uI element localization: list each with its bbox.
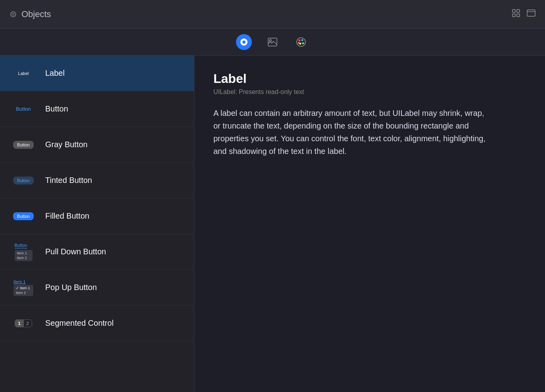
segmented-icon: 1 2 [15, 319, 32, 327]
sidebar: Label Label Button Button Button Gray Bu… [0, 56, 194, 392]
pulldown-icon: Button Item 1 Item 2 [15, 243, 33, 261]
tinted-button-item-text: Tinted Button [45, 176, 92, 185]
titlebar-right [512, 9, 535, 19]
label-icon-preview: Label [10, 70, 37, 77]
content-description: A label can contain an arbitrary amount … [213, 107, 491, 158]
objects-icon: ⊜ [10, 9, 17, 19]
pulldown-menu: Item 1 Item 2 [15, 250, 33, 261]
popup-menu: ✓ Item 1 Item 2 [13, 285, 33, 296]
svg-point-12 [301, 39, 303, 41]
segmented-icon-preview: 1 2 [10, 319, 37, 327]
pulldown-button-item-text: Pull Down Button [45, 247, 106, 256]
pulldown-btn-label: Button [15, 243, 27, 248]
titlebar-title: Objects [21, 9, 51, 19]
svg-rect-3 [517, 14, 520, 17]
gray-button-item-text: Gray Button [45, 140, 88, 149]
popup-icon: Item 1 ✓ Item 1 Item 2 [13, 279, 33, 296]
gray-button-icon-preview: Button [10, 141, 37, 149]
button-item-text: Button [45, 104, 68, 113]
gray-button-icon: Button [13, 141, 34, 149]
filled-button-icon: Button [13, 212, 34, 220]
svg-point-9 [270, 39, 272, 41]
label-icon: Label [16, 70, 31, 77]
svg-point-10 [297, 38, 305, 46]
content-title: Label [213, 71, 526, 86]
svg-point-13 [302, 42, 304, 44]
main-layout: Label Label Button Button Button Gray Bu… [0, 56, 545, 392]
titlebar: ⊜ Objects [0, 0, 545, 29]
filled-button-icon-preview: Button [10, 212, 37, 220]
popup-selected-label: Item 1 [13, 279, 26, 284]
toolbar [0, 29, 545, 56]
svg-rect-2 [512, 14, 515, 17]
popup-icon-preview: Item 1 ✓ Item 1 Item 2 [10, 279, 37, 296]
tinted-button-icon-preview: Button [10, 177, 37, 184]
filled-button-item-text: Filled Button [45, 211, 89, 221]
content-subtitle: UILabel: Presents read-only text [213, 88, 526, 96]
grid-view-icon[interactable] [512, 9, 520, 19]
button-icon-preview: Button [10, 106, 37, 112]
sidebar-item-tinted-button[interactable]: Button Tinted Button [0, 163, 194, 198]
label-item-text: Label [45, 69, 65, 78]
segmented-control-item-text: Segmented Control [45, 319, 113, 328]
sidebar-item-label[interactable]: Label Label [0, 56, 194, 91]
svg-rect-1 [517, 10, 520, 12]
svg-rect-0 [512, 10, 515, 12]
tab-images[interactable] [265, 34, 280, 50]
sidebar-item-segmented-control[interactable]: 1 2 Segmented Control [0, 306, 194, 341]
pulldown-icon-preview: Button Item 1 Item 2 [10, 243, 37, 261]
sidebar-item-pulldown-button[interactable]: Button Item 1 Item 2 Pull Down Button [0, 234, 194, 270]
svg-point-7 [242, 40, 246, 44]
svg-point-11 [299, 39, 301, 41]
tab-colors[interactable] [293, 34, 309, 50]
svg-point-15 [298, 42, 299, 44]
content-area: Label UILabel: Presents read-only text A… [194, 56, 545, 392]
tinted-button-icon: Button [13, 177, 34, 184]
window-icon[interactable] [527, 10, 535, 19]
svg-rect-4 [527, 10, 535, 16]
button-plain-icon: Button [16, 106, 31, 112]
popup-button-item-text: Pop Up Button [45, 283, 97, 292]
svg-point-14 [299, 42, 301, 44]
tab-components[interactable] [236, 34, 252, 50]
seg-seg-1: 1 [15, 320, 23, 327]
sidebar-item-filled-button[interactable]: Button Filled Button [0, 198, 194, 234]
sidebar-item-button[interactable]: Button Button [0, 91, 194, 127]
sidebar-item-popup-button[interactable]: Item 1 ✓ Item 1 Item 2 Pop Up Button [0, 270, 194, 306]
seg-seg-2: 2 [23, 320, 32, 327]
sidebar-item-gray-button[interactable]: Button Gray Button [0, 127, 194, 163]
titlebar-left: ⊜ Objects [10, 9, 51, 19]
